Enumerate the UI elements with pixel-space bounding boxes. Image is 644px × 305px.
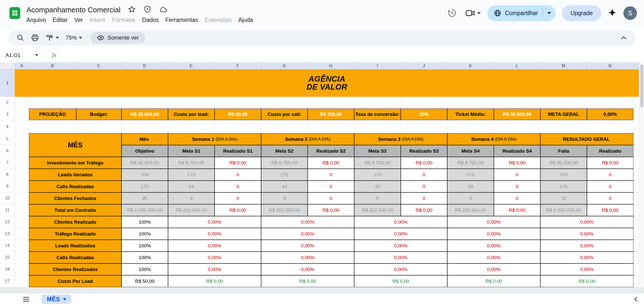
realized-cell[interactable]: R$ 0,00 (215, 204, 261, 216)
projected-cell[interactable]: R$ 8.750,00 (354, 157, 401, 169)
cost-cell[interactable]: R$ 0,00 (261, 275, 354, 287)
realized-cell[interactable]: 0 (215, 181, 261, 192)
empty-column[interactable] (15, 133, 29, 287)
name-box[interactable]: A1:O1 (0, 52, 42, 58)
meet-video-button[interactable] (465, 8, 481, 18)
row-label-cell[interactable]: Calls Realizadas (29, 252, 122, 263)
percent-cell[interactable]: 0,00% (261, 263, 354, 275)
subheader-cell[interactable]: Meta S2 (261, 145, 308, 157)
realized-cell[interactable]: R$ 0,00 (587, 157, 633, 169)
percent-cell[interactable]: 0,00% (447, 228, 540, 240)
cost-cell[interactable]: R$ 0,00 (447, 275, 540, 287)
projected-cell[interactable]: 175 (168, 169, 215, 181)
realized-cell[interactable]: 0 (401, 192, 447, 204)
realized-cell[interactable]: 0 (587, 181, 633, 192)
realized-cell[interactable]: 0 (308, 181, 354, 192)
projected-cell[interactable]: R$ 262.500,00 (354, 204, 401, 216)
projection-label-cell[interactable]: Budget: (76, 109, 122, 120)
vertical-scrollbar-thumb[interactable] (640, 64, 643, 107)
column-header[interactable]: B (29, 62, 76, 70)
realized-cell[interactable]: 0 (494, 181, 540, 192)
percent-cell[interactable]: 0,00% (168, 252, 261, 263)
view-only-chip[interactable]: Somente ver (90, 32, 145, 44)
realized-cell[interactable]: 0 (587, 169, 633, 181)
percent-cell[interactable]: 0,00% (261, 216, 354, 228)
cost-cell[interactable]: R$ 0,00 (540, 275, 633, 287)
row-header[interactable]: 17 (0, 275, 15, 287)
projected-cell[interactable]: 175 (122, 181, 168, 192)
objective-cell[interactable]: 100% (122, 263, 168, 275)
subheader-cell[interactable]: Falta (540, 145, 587, 157)
projected-cell[interactable]: 44 (168, 181, 215, 192)
projected-cell[interactable]: 700 (122, 169, 168, 181)
paint-format-button[interactable] (43, 34, 62, 42)
projected-cell[interactable]: 9 (261, 192, 308, 204)
realized-cell[interactable]: R$ 0,00 (587, 204, 633, 216)
realized-cell[interactable]: R$ 0,00 (494, 157, 540, 169)
column-header[interactable]: F (215, 62, 261, 70)
percent-cell[interactable]: 0,00% (168, 228, 261, 240)
group-header[interactable]: RESULTADO GERAL (563, 137, 610, 142)
horizontal-scrollbar[interactable] (0, 287, 644, 293)
group-header[interactable]: Semana 4 (471, 137, 494, 142)
realized-cell[interactable]: 0 (494, 192, 540, 204)
row-label-cell[interactable]: Clientes Realizado (29, 216, 122, 228)
row-label-cell[interactable]: Total em Contratis (29, 204, 122, 216)
percent-cell[interactable]: 0,00% (354, 216, 447, 228)
subheader-cell[interactable]: Objetivo (122, 145, 168, 157)
projection-label-cell[interactable]: Taxa de conversão: (354, 109, 401, 120)
percent-cell[interactable]: 0,00% (540, 228, 633, 240)
gemini-icon[interactable] (608, 8, 617, 18)
menu-arquivo[interactable]: Arquivo (23, 15, 49, 25)
projected-cell[interactable]: R$ 1.050.000,00 (540, 204, 587, 216)
menu-extensoes[interactable]: Extensões (202, 15, 235, 25)
row-header[interactable]: 9 (0, 181, 15, 192)
realized-cell[interactable]: R$ 0,00 (308, 204, 354, 216)
projection-value-cell[interactable]: 20% (401, 109, 447, 120)
projected-cell[interactable]: R$ 8.750,00 (168, 157, 215, 169)
projected-cell[interactable]: 175 (540, 181, 587, 192)
upgrade-button[interactable]: Upgrade (562, 5, 601, 21)
projected-cell[interactable]: R$ 8.750,00 (447, 157, 494, 169)
empty-cell[interactable] (15, 109, 29, 120)
row-header[interactable]: 5 (0, 133, 15, 145)
row-label-cell[interactable]: Custo Por Lead (29, 275, 122, 287)
menu-formatar[interactable]: Formatar (109, 15, 139, 25)
projected-cell[interactable]: R$ 262.500,00 (261, 204, 308, 216)
projected-cell[interactable]: R$ 262.500,00 (447, 204, 494, 216)
group-header[interactable]: Mês (140, 137, 149, 142)
projected-cell[interactable]: R$ 35.000,00 (540, 157, 587, 169)
subheader-cell[interactable]: Realizado S4 (494, 145, 540, 157)
scroll-tabs-left-button[interactable] (632, 295, 640, 303)
projected-cell[interactable]: R$ 8.750,00 (261, 157, 308, 169)
percent-cell[interactable]: 0,00% (168, 216, 261, 228)
select-all-corner[interactable] (0, 62, 15, 70)
avatar[interactable]: S (623, 6, 637, 20)
row-header[interactable]: 11 (0, 204, 15, 216)
row-header[interactable]: 14 (0, 240, 15, 252)
menu-dados[interactable]: Dados (139, 15, 162, 25)
menu-ferramentas[interactable]: Ferramentas (162, 15, 201, 25)
sheets-logo-icon[interactable] (8, 7, 21, 25)
projected-cell[interactable]: 9 (354, 192, 401, 204)
objective-cell[interactable]: 100% (122, 228, 168, 240)
percent-cell[interactable]: 0,00% (261, 228, 354, 240)
projected-cell[interactable]: 44 (261, 181, 308, 192)
search-button[interactable] (14, 31, 27, 44)
projection-value-cell[interactable]: R$ 50,00 (215, 109, 261, 120)
projected-cell[interactable]: 35 (122, 192, 168, 204)
subheader-cell[interactable]: Realizado S3 (401, 145, 447, 157)
cloud-status-icon[interactable] (159, 5, 168, 15)
realized-cell[interactable]: 0 (401, 181, 447, 192)
realized-cell[interactable]: 0 (494, 169, 540, 181)
projected-cell[interactable]: 9 (168, 192, 215, 204)
sheet-tab-mes[interactable]: MÊS (42, 294, 71, 304)
document-title[interactable]: Acompanhamento Comercial (26, 6, 120, 14)
projected-cell[interactable]: 35 (540, 192, 587, 204)
projection-label-cell[interactable]: Custo por call: (261, 109, 308, 120)
percent-cell[interactable]: 0,00% (354, 252, 447, 263)
all-sheets-button[interactable] (20, 293, 33, 305)
percent-cell[interactable]: 0,00% (447, 240, 540, 252)
brand-banner-cell[interactable]: AGÊNCIA DE VALOR (15, 70, 639, 97)
projection-title-cell[interactable]: PROJEÇÃO (29, 109, 76, 120)
